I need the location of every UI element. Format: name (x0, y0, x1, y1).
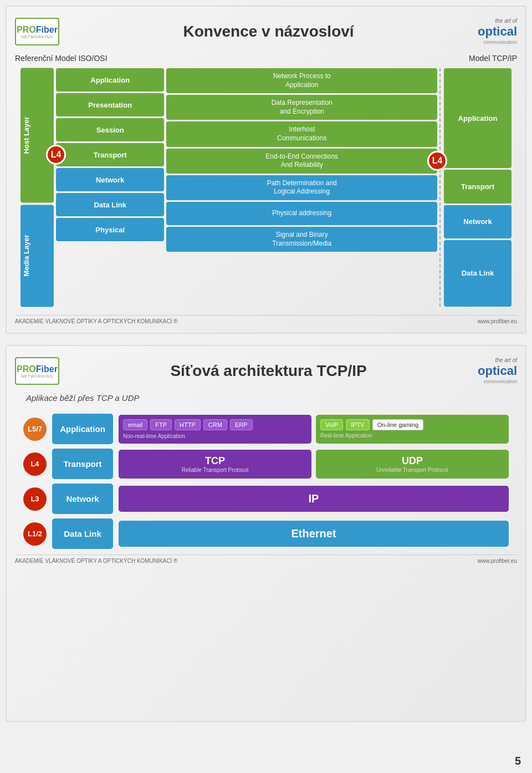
transport-content: TCP Reliable Transport Protocol UDP Unre… (119, 450, 509, 479)
slide-2: PROFiber NETWORKING Síťová architektura … (6, 345, 526, 722)
tcp-application: Application (444, 68, 511, 168)
realtime-box: VoIP IPTV On-line gaming Real-time Appli… (316, 415, 509, 444)
mid-signal: Signal and BinaryTransmission/Media (166, 227, 437, 252)
rt-label: Real-time Application (320, 433, 504, 439)
tcp-diagram: L5/7 Application email FTP HTTP CRM ERP … (15, 414, 517, 549)
network-row: L3 Network IP (23, 484, 509, 514)
tag-http: HTTP (175, 419, 201, 430)
slide1-title: Konvence v názvosloví (59, 23, 478, 40)
logo-area: PROFiber NETWORKING (15, 18, 59, 45)
slide2-footer-right: www.profiber.eu (478, 558, 517, 564)
network-layer-name: Network (52, 484, 113, 514)
tcp-label: TCP (124, 455, 306, 467)
ip-box: IP (119, 486, 509, 512)
tag-crm: CRM (203, 419, 227, 430)
mid-interhost: InterhostCommunications (166, 121, 437, 146)
l4-badge-right: L4 (427, 151, 447, 171)
tcp-box: TCP Reliable Transport Protocol (119, 450, 311, 479)
tcp-network: Network (444, 205, 511, 238)
osi-transport: Transport L4 (56, 143, 164, 166)
mid-end-to-end: End-to-End ConnectionsAnd Reliability L4 (166, 149, 437, 174)
osi-layers-col: Application Presentation Session Transpo… (56, 68, 164, 307)
tag-erp: ERP (230, 419, 253, 430)
optical-word: optical (478, 24, 517, 39)
mid-descriptions: Network Process toApplication Data Repre… (166, 68, 437, 307)
osi-network: Network (56, 168, 164, 191)
tcp-ip-col: Application Transport Network Data Link (439, 68, 511, 307)
host-layer-label: Host Layer (21, 68, 54, 203)
logo-pro: PROFiber (17, 25, 58, 35)
slide2-logo: PROFiber NETWORKING (15, 357, 59, 385)
l3-badge: L3 (23, 487, 47, 511)
mid-network-process: Network Process toApplication (166, 68, 437, 93)
datalink-row: L1/2 Data Link Ethernet (23, 518, 509, 549)
osi-session: Session (56, 118, 164, 141)
osi-presentation: Presentation (56, 93, 164, 116)
tag-email: email (123, 419, 147, 430)
l12-badge: L1/2 (23, 522, 47, 546)
slide2-logo-net: NETWORKING (21, 374, 53, 378)
optical-badge: the art of optical communication (478, 18, 517, 45)
l4-badge-s2: L4 (23, 452, 47, 476)
osi-application: Application (56, 68, 164, 91)
slide2-footer-left: AKADEMIE VLÁKNOVÉ OPTIKY A OPTICKÝCH KOM… (15, 558, 177, 564)
transport-row: L4 Transport TCP Reliable Transport Prot… (23, 449, 509, 479)
side-labels: Host Layer Media Layer (21, 68, 54, 307)
osi-datalink: Data Link (56, 193, 164, 216)
logo-box: PROFiber NETWORKING (15, 18, 59, 45)
datalink-layer-name: Data Link (52, 518, 113, 549)
model-right-label: Model TCP/IP (469, 54, 517, 63)
tcp-sub: Reliable Transport Protocol (124, 467, 306, 473)
model-left-label: Referenční Model ISO/OSI (15, 54, 108, 63)
udp-label: UDP (321, 455, 503, 467)
media-layer-label: Media Layer (21, 205, 54, 307)
udp-sub: Unreliable Transport Protocol (321, 467, 503, 473)
rt-tags: VoIP IPTV On-line gaming (320, 419, 504, 430)
l57-badge: L5/7 (23, 418, 47, 441)
datalink-content: Ethernet (119, 521, 509, 547)
osi-diagram: Host Layer Media Layer Application Prese… (15, 65, 517, 309)
footer-right: www.profiber.eu (478, 318, 517, 324)
page-number: 5 (515, 755, 521, 767)
slide2-optical: the art of optical communication (478, 357, 517, 384)
slide2-subtitle: Aplikace běží přes TCP a UDP (26, 393, 517, 403)
mid-physical-addr: Physical addressing (166, 202, 437, 225)
tag-iptv: IPTV (346, 419, 369, 430)
slide2-logo-pro: PROFiber (17, 364, 58, 374)
mid-path: Path Determination andLogical Addressing (166, 175, 437, 200)
slide-1: PROFiber NETWORKING Konvence v názvoslov… (6, 6, 526, 334)
tag-online-gaming: On-line gaming (372, 419, 424, 430)
slide2-header: PROFiber NETWORKING Síťová architektura … (15, 354, 517, 388)
application-row: L5/7 Application email FTP HTTP CRM ERP … (23, 414, 509, 444)
tag-voip: VoIP (320, 419, 343, 430)
slide1-header: PROFiber NETWORKING Konvence v názvoslov… (15, 15, 517, 48)
slide2-title: Síťová architektura TCP/IP (59, 362, 478, 380)
non-rt-tags: email FTP HTTP CRM ERP (123, 419, 307, 430)
udp-box: UDP Unreliable Transport Protocol (316, 450, 509, 479)
tag-ftp: FTP (150, 419, 172, 430)
network-content: IP (119, 486, 509, 512)
mid-data-rep: Data Representationand Encryption (166, 95, 437, 120)
slide1-footer: AKADEMIE VLÁKNOVÉ OPTIKY A OPTICKÝCH KOM… (15, 315, 517, 324)
footer-left: AKADEMIE VLÁKNOVÉ OPTIKY A OPTICKÝCH KOM… (15, 318, 177, 324)
slide2-footer: AKADEMIE VLÁKNOVÉ OPTIKY A OPTICKÝCH KOM… (15, 555, 517, 564)
transport-layer-name: Transport (52, 449, 113, 479)
l4-badge-left: L4 (46, 145, 66, 165)
non-rt-label: Non-real-time Application (123, 433, 307, 439)
logo-networking: NETWORKING (21, 35, 53, 39)
slide2-logo-box: PROFiber NETWORKING (15, 357, 59, 385)
tcp-datalink: Data Link (444, 240, 511, 307)
application-layer-name: Application (52, 414, 113, 444)
non-realtime-box: email FTP HTTP CRM ERP Non-real-time App… (119, 415, 311, 444)
tcp-transport: Transport (444, 170, 511, 203)
ethernet-box: Ethernet (119, 521, 509, 547)
osi-physical: Physical (56, 218, 164, 241)
model-labels: Referenční Model ISO/OSI Model TCP/IP (15, 54, 517, 63)
application-content: email FTP HTTP CRM ERP Non-real-time App… (119, 415, 509, 444)
